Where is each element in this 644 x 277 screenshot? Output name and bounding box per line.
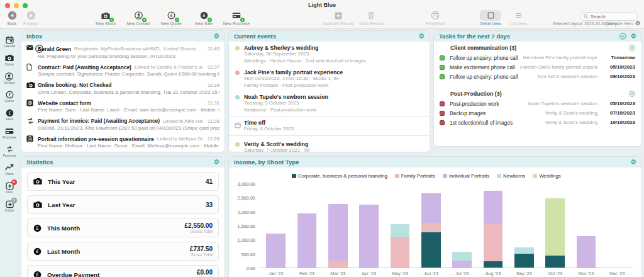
bar-segment-individual-portraits[interactable]	[297, 213, 317, 268]
bar-segment-newborns[interactable]	[514, 247, 534, 254]
time-off-calendar-icon	[235, 120, 241, 133]
sidebar-item-charts[interactable]: Charts	[5, 163, 14, 176]
bar-segment-individual-portraits[interactable]	[266, 234, 286, 268]
sidebar-item-payments[interactable]: Payments	[3, 145, 16, 157]
stat-row[interactable]: Last Year33	[27, 195, 219, 214]
new-sale-button[interactable]: £+New Sale	[187, 10, 220, 26]
new-contact-button[interactable]: +New Contact	[122, 10, 155, 26]
bar-segment-family-portraits[interactable]	[421, 223, 441, 232]
trash-record-button[interactable]: Trash Record	[355, 10, 387, 26]
new-quote-button[interactable]: £+New Quote	[155, 10, 187, 26]
bar-segment-family-portraits[interactable]	[328, 261, 348, 268]
bar-segment-individual-portraits[interactable]	[484, 191, 503, 223]
bar-segment-corporate-business-personal-branding[interactable]	[421, 232, 441, 268]
task-checkbox[interactable]	[440, 101, 445, 106]
chart-settings-gear-icon[interactable]: ⚙	[630, 159, 636, 166]
task-item[interactable]: 1st selection/cull of imagesVerity & Sco…	[434, 118, 641, 127]
task-item[interactable]: Post-production workNoah Tupelo's newbor…	[434, 99, 641, 108]
events-settings-gear-icon[interactable]: ⚙	[418, 33, 425, 40]
sidebar-item-contacts[interactable]: Contacts	[4, 72, 15, 84]
outbox-icon: 3	[6, 200, 14, 208]
bar-stack[interactable]	[484, 186, 503, 268]
task-due-date: 09/10/2023	[602, 74, 635, 79]
sidebar-item-purchases[interactable]: Purchases	[3, 127, 16, 139]
tasks-settings-gear-icon[interactable]: ⚙	[630, 33, 636, 40]
bar-stack[interactable]	[577, 186, 596, 268]
task-item[interactable]: Make excitement phone callHamish Oak's f…	[434, 62, 641, 72]
inbox-settings-gear-icon[interactable]: ⚙	[213, 33, 219, 40]
bar-segment-newborns[interactable]	[452, 252, 472, 261]
print-send-button[interactable]: Print/Send	[419, 10, 452, 26]
add-task-icon[interactable]	[619, 33, 626, 40]
inbox-item[interactable]: Website contact form11:31First Name: Sam…	[21, 96, 225, 114]
bar-segment-individual-portraits[interactable]	[421, 193, 441, 223]
bar-segment-individual-portraits[interactable]	[359, 205, 379, 268]
add-group-task-icon[interactable]	[629, 45, 635, 51]
detail-view-button[interactable]: Detail View	[477, 10, 504, 26]
bar-segment-corporate-business-personal-branding[interactable]	[545, 256, 565, 268]
bar-segment-individual-portraits[interactable]	[328, 204, 348, 261]
stat-row[interactable]: £Overdue Payment£0.00Unpaid	[27, 265, 219, 277]
task-item[interactable]: Follow up enquiry: phone callHermione Fi…	[434, 53, 641, 62]
bar-stack[interactable]	[452, 186, 472, 268]
task-checkbox[interactable]	[440, 65, 445, 70]
task-checkbox[interactable]	[440, 120, 445, 125]
sidebar-item-inbox[interactable]: 6Inbox	[6, 181, 14, 194]
stat-row[interactable]: £Last Month£737.50Gross Total	[27, 242, 219, 261]
layout-gear-icon[interactable]: ⚙	[635, 20, 640, 26]
event-item-body: Noah Tupelo's newborn sessionTuesday, 3 …	[244, 94, 328, 114]
event-item[interactable]: Noah Tupelo's newborn sessionTuesday, 3 …	[229, 91, 430, 115]
event-item[interactable]: Jack Pine's family portrait experienceMo…	[229, 66, 430, 91]
bar-segment-newborns[interactable]	[391, 224, 410, 238]
search-input[interactable]	[591, 14, 635, 20]
bar-stack[interactable]	[391, 186, 410, 268]
sidebar-item-sales[interactable]: £Sales	[6, 108, 14, 121]
forward-button[interactable]: Forward	[21, 10, 40, 26]
bar-stack[interactable]	[328, 186, 348, 268]
bar-stack[interactable]	[545, 186, 565, 268]
task-linked-shoot: Noah Tupelo's newborn session	[504, 101, 597, 106]
event-item[interactable]: Verity & Scott's weddingSaturday, 7 Octo…	[229, 138, 430, 152]
bar-segment-individual-portraits[interactable]	[452, 261, 472, 268]
inbox-item[interactable]: Gerald GreenRecipients: MyPhotoBusiness-…	[21, 42, 225, 60]
bar-segment-family-portraits[interactable]	[391, 237, 410, 268]
stat-row[interactable]: £This Month£2,550.00Gross Total	[27, 218, 219, 237]
bar-stack[interactable]	[297, 186, 317, 268]
bar-segment-family-portraits[interactable]	[484, 223, 503, 261]
stats-settings-gear-icon[interactable]: ⚙	[213, 159, 219, 166]
bar-stack[interactable]	[514, 186, 534, 268]
inbox-item[interactable]: Portrait information pre-session questio…	[21, 132, 225, 150]
back-button[interactable]: Back	[3, 10, 21, 26]
bar-stack[interactable]	[608, 186, 627, 268]
duplicate-record-button[interactable]: Duplicate Record	[322, 10, 355, 26]
sidebar-item-outbox[interactable]: 3Outbox	[5, 200, 14, 212]
inbox-item[interactable]: Contract: Paid (Awaiting Acceptance)Link…	[21, 60, 225, 78]
bar-segment-weddings[interactable]	[545, 198, 565, 256]
search-box[interactable]	[580, 12, 638, 21]
sidebar-item-label: Sales	[6, 118, 13, 121]
inbox-item[interactable]: Payment for invoice: Paid (Awaiting Acce…	[21, 114, 225, 132]
bar-stack[interactable]	[359, 186, 379, 268]
task-item[interactable]: Backup imagesVerity & Scott's wedding07/…	[434, 108, 641, 118]
bar-segment-corporate-business-personal-branding[interactable]	[514, 254, 534, 268]
add-group-task-icon[interactable]	[629, 91, 635, 97]
new-shoot-button[interactable]: +New Shoot	[89, 10, 122, 26]
bar-stack[interactable]	[266, 186, 286, 268]
event-item[interactable]: Aubrey & Sherley's weddingSaturday, 30 S…	[229, 42, 430, 66]
inbox-item[interactable]: Online booking: Not Checked11:34Chris Li…	[21, 78, 225, 96]
task-checkbox[interactable]	[440, 74, 445, 79]
sidebar-item-quotes[interactable]: £Quotes	[5, 90, 14, 103]
new-purchase-button[interactable]: +New Purchase	[220, 10, 253, 26]
sidebar-item-shoots[interactable]: Shoots	[5, 54, 14, 66]
sidebar-item-calendar[interactable]: Calendar	[4, 35, 16, 48]
bar-stack[interactable]	[421, 186, 441, 268]
bar-segment-individual-portraits[interactable]	[577, 236, 596, 268]
list-view-button[interactable]: List View	[504, 10, 532, 26]
current-events-panel: Current events ⚙ Aubrey & Sherley's wedd…	[228, 30, 430, 152]
bar-segment-corporate-business-personal-branding[interactable]	[484, 261, 503, 268]
event-item[interactable]: Time offFriday, 6 October 2023	[229, 116, 430, 136]
task-item[interactable]: Follow up enquiry: phone callTom Ash's n…	[434, 72, 641, 81]
stat-row[interactable]: This Year41	[27, 172, 219, 191]
task-checkbox[interactable]	[440, 111, 445, 116]
task-checkbox[interactable]	[440, 55, 445, 60]
